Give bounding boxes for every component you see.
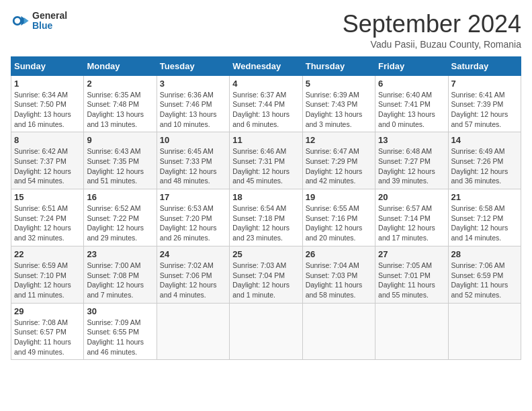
logo-general: General	[32, 11, 67, 21]
day-detail: Sunrise: 7:05 AM Sunset: 7:01 PM Dayligh…	[378, 261, 445, 300]
table-row: 24Sunrise: 7:02 AM Sunset: 7:06 PM Dayli…	[157, 246, 229, 303]
day-number: 10	[160, 135, 226, 145]
day-detail: Sunrise: 6:48 AM Sunset: 7:27 PM Dayligh…	[378, 146, 445, 186]
table-row: 3Sunrise: 6:36 AM Sunset: 7:46 PM Daylig…	[157, 75, 229, 132]
col-tuesday: Tuesday	[157, 56, 229, 75]
table-row: 30Sunrise: 7:09 AM Sunset: 6:55 PM Dayli…	[84, 303, 157, 360]
day-number: 18	[232, 192, 299, 202]
col-wednesday: Wednesday	[230, 56, 302, 75]
day-number: 24	[160, 249, 226, 259]
day-number: 29	[14, 306, 81, 316]
table-row: 27Sunrise: 7:05 AM Sunset: 7:01 PM Dayli…	[375, 246, 448, 303]
calendar-title: September 2024	[343, 11, 521, 38]
day-detail: Sunrise: 6:55 AM Sunset: 7:16 PM Dayligh…	[306, 203, 372, 243]
day-detail: Sunrise: 7:08 AM Sunset: 6:57 PM Dayligh…	[14, 318, 81, 357]
table-row: 23Sunrise: 7:00 AM Sunset: 7:08 PM Dayli…	[84, 246, 157, 303]
table-row	[448, 303, 521, 360]
day-number: 4	[232, 79, 299, 89]
table-row: 25Sunrise: 7:03 AM Sunset: 7:04 PM Dayli…	[230, 246, 302, 303]
day-detail: Sunrise: 6:47 AM Sunset: 7:29 PM Dayligh…	[306, 146, 372, 186]
table-row: 21Sunrise: 6:58 AM Sunset: 7:12 PM Dayli…	[448, 189, 521, 246]
day-number: 8	[14, 135, 81, 145]
logo-text: General Blue	[32, 11, 67, 32]
day-number: 14	[451, 135, 518, 145]
table-row: 15Sunrise: 6:51 AM Sunset: 7:24 PM Dayli…	[11, 189, 84, 246]
day-detail: Sunrise: 7:02 AM Sunset: 7:06 PM Dayligh…	[160, 261, 226, 300]
day-number: 16	[87, 192, 153, 202]
table-row: 22Sunrise: 6:59 AM Sunset: 7:10 PM Dayli…	[11, 246, 84, 303]
day-detail: Sunrise: 7:00 AM Sunset: 7:08 PM Dayligh…	[87, 261, 153, 300]
day-detail: Sunrise: 6:37 AM Sunset: 7:44 PM Dayligh…	[232, 90, 299, 130]
logo: General Blue	[11, 11, 67, 32]
table-row: 7Sunrise: 6:41 AM Sunset: 7:39 PM Daylig…	[448, 75, 521, 132]
day-detail: Sunrise: 6:53 AM Sunset: 7:20 PM Dayligh…	[160, 203, 226, 243]
col-sunday: Sunday	[11, 56, 84, 75]
day-number: 15	[14, 192, 81, 202]
table-row: 1Sunrise: 6:34 AM Sunset: 7:50 PM Daylig…	[11, 75, 84, 132]
day-detail: Sunrise: 7:04 AM Sunset: 7:03 PM Dayligh…	[306, 261, 372, 300]
day-detail: Sunrise: 6:36 AM Sunset: 7:46 PM Dayligh…	[160, 90, 226, 130]
day-detail: Sunrise: 7:09 AM Sunset: 6:55 PM Dayligh…	[87, 318, 153, 357]
table-row: 29Sunrise: 7:08 AM Sunset: 6:57 PM Dayli…	[11, 303, 84, 360]
day-number: 20	[378, 192, 445, 202]
logo-icon	[11, 11, 30, 30]
table-row: 19Sunrise: 6:55 AM Sunset: 7:16 PM Dayli…	[302, 189, 375, 246]
table-row: 6Sunrise: 6:40 AM Sunset: 7:41 PM Daylig…	[375, 75, 448, 132]
table-row: 26Sunrise: 7:04 AM Sunset: 7:03 PM Dayli…	[302, 246, 375, 303]
day-number: 26	[306, 249, 372, 259]
table-row: 18Sunrise: 6:54 AM Sunset: 7:18 PM Dayli…	[230, 189, 302, 246]
day-number: 1	[14, 79, 81, 89]
table-row: 28Sunrise: 7:06 AM Sunset: 6:59 PM Dayli…	[448, 246, 521, 303]
day-number: 30	[87, 306, 153, 316]
day-detail: Sunrise: 6:51 AM Sunset: 7:24 PM Dayligh…	[14, 203, 81, 243]
col-saturday: Saturday	[448, 56, 521, 75]
table-row: 13Sunrise: 6:48 AM Sunset: 7:27 PM Dayli…	[375, 132, 448, 189]
calendar-week-row: 22Sunrise: 6:59 AM Sunset: 7:10 PM Dayli…	[11, 246, 521, 303]
day-detail: Sunrise: 6:45 AM Sunset: 7:33 PM Dayligh…	[160, 146, 226, 186]
day-detail: Sunrise: 7:03 AM Sunset: 7:04 PM Dayligh…	[232, 261, 299, 300]
calendar-week-row: 29Sunrise: 7:08 AM Sunset: 6:57 PM Dayli…	[11, 303, 521, 360]
col-monday: Monday	[84, 56, 157, 75]
title-block: September 2024 Vadu Pasii, Buzau County,…	[343, 11, 521, 50]
day-detail: Sunrise: 6:58 AM Sunset: 7:12 PM Dayligh…	[451, 203, 518, 243]
day-detail: Sunrise: 6:35 AM Sunset: 7:48 PM Dayligh…	[87, 90, 153, 130]
day-number: 21	[451, 192, 518, 202]
day-detail: Sunrise: 6:39 AM Sunset: 7:43 PM Dayligh…	[306, 90, 372, 130]
day-detail: Sunrise: 6:54 AM Sunset: 7:18 PM Dayligh…	[232, 203, 299, 243]
day-detail: Sunrise: 6:43 AM Sunset: 7:35 PM Dayligh…	[87, 146, 153, 186]
page-header: General Blue September 2024 Vadu Pasii, …	[11, 11, 521, 50]
day-number: 28	[451, 249, 518, 259]
day-detail: Sunrise: 6:59 AM Sunset: 7:10 PM Dayligh…	[14, 261, 81, 300]
col-friday: Friday	[375, 56, 448, 75]
day-number: 12	[306, 135, 372, 145]
table-row: 2Sunrise: 6:35 AM Sunset: 7:48 PM Daylig…	[84, 75, 157, 132]
day-number: 22	[14, 249, 81, 259]
table-row	[302, 303, 375, 360]
calendar-subtitle: Vadu Pasii, Buzau County, Romania	[343, 39, 521, 50]
table-row: 17Sunrise: 6:53 AM Sunset: 7:20 PM Dayli…	[157, 189, 229, 246]
day-detail: Sunrise: 6:46 AM Sunset: 7:31 PM Dayligh…	[232, 146, 299, 186]
day-detail: Sunrise: 6:40 AM Sunset: 7:41 PM Dayligh…	[378, 90, 445, 130]
day-number: 11	[232, 135, 299, 145]
day-detail: Sunrise: 6:57 AM Sunset: 7:14 PM Dayligh…	[378, 203, 445, 243]
table-row: 10Sunrise: 6:45 AM Sunset: 7:33 PM Dayli…	[157, 132, 229, 189]
day-number: 9	[87, 135, 153, 145]
svg-point-1	[15, 18, 20, 24]
calendar-week-row: 1Sunrise: 6:34 AM Sunset: 7:50 PM Daylig…	[11, 75, 521, 132]
table-row	[230, 303, 302, 360]
table-row: 9Sunrise: 6:43 AM Sunset: 7:35 PM Daylig…	[84, 132, 157, 189]
table-row	[375, 303, 448, 360]
col-thursday: Thursday	[302, 56, 375, 75]
table-row: 4Sunrise: 6:37 AM Sunset: 7:44 PM Daylig…	[230, 75, 302, 132]
table-row: 5Sunrise: 6:39 AM Sunset: 7:43 PM Daylig…	[302, 75, 375, 132]
day-number: 25	[232, 249, 299, 259]
day-number: 6	[378, 79, 445, 89]
calendar-week-row: 8Sunrise: 6:42 AM Sunset: 7:37 PM Daylig…	[11, 132, 521, 189]
svg-marker-3	[24, 17, 29, 24]
day-detail: Sunrise: 6:52 AM Sunset: 7:22 PM Dayligh…	[87, 203, 153, 243]
calendar-header-row: Sunday Monday Tuesday Wednesday Thursday…	[11, 56, 521, 75]
calendar-table: Sunday Monday Tuesday Wednesday Thursday…	[11, 56, 521, 361]
table-row: 20Sunrise: 6:57 AM Sunset: 7:14 PM Dayli…	[375, 189, 448, 246]
day-number: 23	[87, 249, 153, 259]
day-number: 3	[160, 79, 226, 89]
